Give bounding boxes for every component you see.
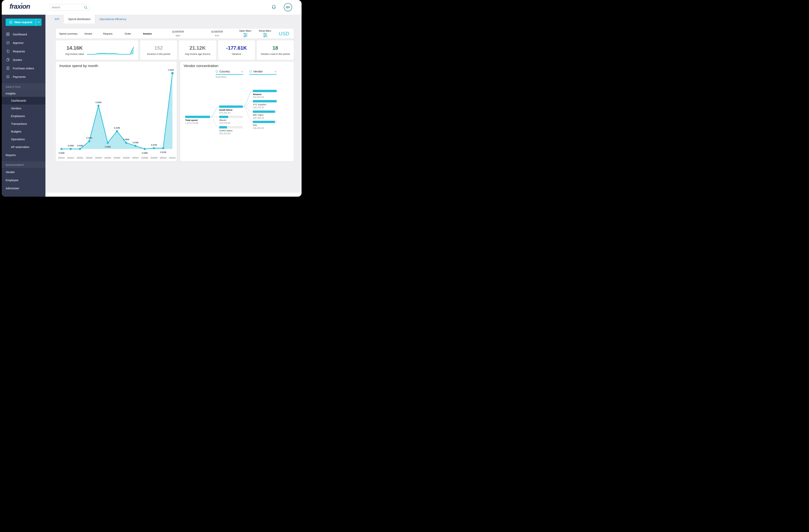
new-request-main[interactable]: New request (5, 19, 36, 26)
start-date-value: 11/19/2024 (164, 30, 191, 33)
tree-node-value: 249,375.00 (253, 106, 277, 109)
tree-node-bar (219, 105, 243, 108)
analytics-section-label: ANALYTICS (2, 84, 46, 90)
kpi-card-avg-invoice-age-hours[interactable]: 21.12KAvg invoice age (hours) (178, 40, 217, 60)
tree-node-xyz-supplies[interactable]: XYZ Supplies249,375.00 (253, 100, 277, 109)
global-search[interactable] (49, 4, 89, 11)
invoice-spend-panel[interactable]: Invoice spend by month 0.00M0.00M0.00M0.… (56, 61, 177, 161)
sidebar-item-requests[interactable]: Requests (2, 47, 46, 55)
sidebar-item-ap-automation[interactable]: AP automation (2, 143, 46, 151)
screen: fraxıon OY (0, 0, 303, 199)
tree-node-abc-signs[interactable]: ABC Signs236,350.00 (253, 110, 277, 119)
sidebar-item-employee[interactable]: Employee (2, 176, 46, 184)
sidebar-item-purchase-orders[interactable]: Purchase orders (2, 64, 46, 72)
invoice-spend-chart[interactable]: 0.00M0.00M0.00M0.10M0.56M0.08M0.23M0.08M… (56, 69, 177, 161)
approve-icon (6, 41, 10, 45)
filter-view-invoice[interactable]: Invoice (143, 32, 152, 35)
sidebar-item-quotes[interactable]: Quotes (2, 55, 46, 64)
sidebar-item-payments[interactable]: $Payments (2, 72, 46, 81)
decomposition-tree: Total spend1,673,170.98South Africa974,2… (180, 61, 294, 161)
logo-accent-dot (21, 2, 23, 4)
sidebar-item-vendors[interactable]: Vendors (2, 105, 46, 112)
kpi-card-avg-invoice-value[interactable]: 14.16KAvg invoice value (56, 40, 138, 60)
filter-view-order[interactable]: Order (125, 32, 131, 35)
sidebar-item-operations[interactable]: Operations (2, 136, 46, 143)
tree-node-value: 325,329.90 (219, 132, 243, 135)
kpi-value: 14.16K (67, 45, 83, 51)
app-body: New request DashboardApproveRequestsQuot… (2, 15, 302, 197)
currency-selector[interactable]: USD (279, 31, 289, 36)
kpi-card-variance[interactable]: -177.61KVariance (218, 40, 255, 60)
kpi-label: Avg invoice age (hours) (185, 53, 210, 55)
sidebar-item-employees[interactable]: Employees (2, 112, 46, 120)
svg-text:202506: 202506 (123, 157, 130, 159)
sidebar-item-reports[interactable]: Reports (2, 151, 46, 159)
new-request-button[interactable]: New request (5, 19, 41, 26)
payments-icon: $ (6, 75, 10, 78)
tree-node-blank[interactable]: (Blank)373,578.58 (219, 116, 243, 124)
svg-text:202507: 202507 (132, 157, 139, 159)
main-area: KPISpend distributionOperational efficie… (46, 15, 302, 197)
search-icon (84, 5, 88, 10)
kpi-value: -177.61K (226, 45, 247, 51)
sidebar-item-label: Purchase orders (13, 67, 34, 70)
notifications-bell-icon[interactable] (271, 4, 276, 11)
sidebar-item-dashboards[interactable]: Dashboards (2, 97, 46, 105)
management-section-label: MANAGEMENT (2, 162, 46, 168)
filter-view-vendor[interactable]: Vendor (84, 32, 92, 35)
filter-view-spend-summary[interactable]: Spend summary (59, 32, 78, 35)
start-date-picker[interactable]: 11/19/2024 Start (164, 30, 191, 37)
filter-view-request[interactable]: Request (103, 32, 112, 35)
kpi-label: Variance (232, 53, 241, 55)
sidebar-item-label: Payments (13, 75, 26, 78)
sidebar-item-label: Dashboard (13, 33, 27, 36)
sidebar-item-insights[interactable]: Insights (2, 90, 46, 97)
kpi-sparkline (87, 46, 135, 56)
tree-node-value: 236,350.00 (253, 117, 277, 119)
sidebar: New request DashboardApproveRequestsQuot… (2, 15, 46, 197)
sidebar-item-transactions[interactable]: Transactions (2, 120, 46, 128)
filter-bar: Spend summaryVendorRequestOrderInvoice 1… (56, 29, 294, 39)
svg-text:202510: 202510 (160, 157, 167, 159)
sidebar-item-administer[interactable]: Administer (2, 184, 46, 192)
end-date-value: 11/18/2025 (203, 30, 230, 33)
svg-text:0.04M: 0.04M (133, 141, 138, 144)
tree-node-united-states[interactable]: United States325,329.90 (219, 126, 243, 135)
sidebar-divider (2, 161, 46, 162)
tree-node-total-spend[interactable]: Total spend1,673,170.98 (185, 116, 210, 124)
svg-text:0.08M: 0.08M (123, 138, 129, 141)
sidebar-item-budgets[interactable]: Budgets (2, 128, 46, 136)
tree-node-bar (253, 110, 277, 113)
kpi-card-vendors-used-in-this-period[interactable]: 18Vendors used in this period (257, 40, 294, 60)
search-input[interactable] (52, 4, 83, 11)
tab-operational-efficiency[interactable]: Operational efficiency (95, 15, 131, 23)
kpi-label: Avg invoice value (65, 53, 84, 55)
svg-text:0.00M: 0.00M (58, 152, 65, 154)
reset-filters-label: Reset filters (254, 30, 277, 32)
reset-filters-icon (254, 33, 277, 39)
tree-node-amazon[interactable]: Amazon252,287.50 (253, 90, 277, 98)
requests-icon (6, 49, 10, 53)
kpi-card-invoices-in-this-period[interactable]: 152Invoices in this period (140, 40, 177, 60)
tree-node-bar (219, 116, 243, 118)
sidebar-item-dashboard[interactable]: Dashboard (2, 30, 46, 38)
svg-text:0.23M: 0.23M (114, 127, 120, 129)
tree-node-value: 1,673,170.98 (185, 122, 210, 124)
sidebar-item-label: Approve (13, 41, 23, 45)
svg-text:202412: 202412 (67, 157, 74, 159)
end-date-picker[interactable]: 11/18/2025 End (203, 30, 230, 37)
sidebar-item-vendor[interactable]: Vendor (2, 168, 46, 176)
tab-spend-distribution[interactable]: Spend distribution (64, 15, 95, 23)
new-request-dropdown-button[interactable] (36, 19, 41, 26)
quotes-icon (6, 58, 10, 61)
svg-text:0.01M: 0.01M (151, 144, 157, 146)
reset-filters-button[interactable]: Reset filters (254, 30, 277, 39)
vendor-concentration-panel[interactable]: Vendor concentration Country✕South Afric… (180, 61, 294, 161)
tab-kpi[interactable]: KPI (50, 15, 64, 23)
invoice-spend-title: Invoice spend by month (59, 64, 98, 68)
tree-node-south-africa[interactable]: South Africa974,262.50 (219, 105, 243, 114)
user-avatar[interactable]: OY (284, 3, 292, 12)
sidebar-item-approve[interactable]: Approve (2, 38, 46, 47)
tree-node-dhl[interactable]: DHL236,250.00 (253, 121, 277, 129)
tree-node-value: 974,262.50 (219, 112, 243, 114)
